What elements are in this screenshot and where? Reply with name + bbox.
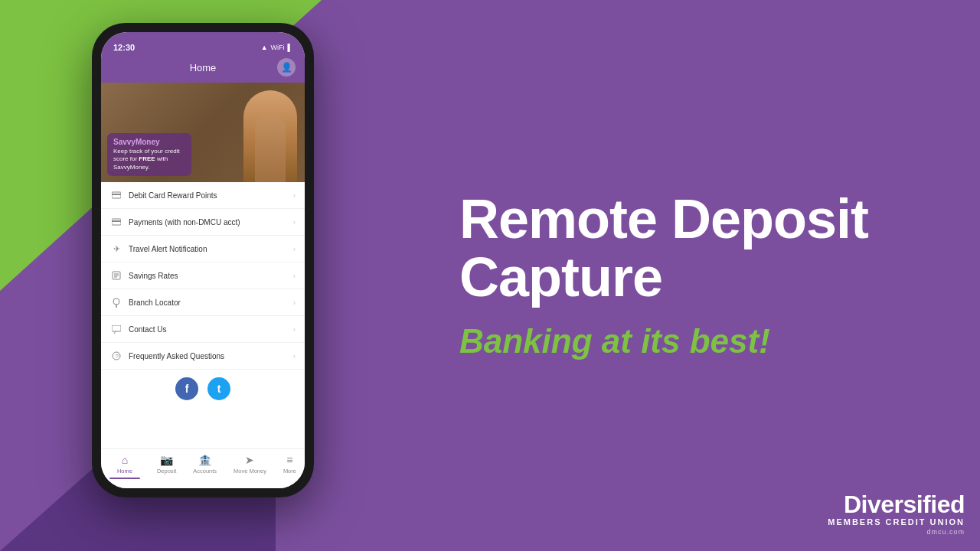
more-icon: ≡ [286, 454, 292, 466]
right-content: Remote Deposit Capture Banking at its be… [398, 0, 980, 551]
nav-move-money-label: Move Money [234, 468, 266, 474]
user-avatar-icon[interactable]: 👤 [277, 58, 296, 77]
arrow-icon: › [293, 352, 296, 360]
promo-overlay: SavvyMoney Keep track of your credit sco… [101, 83, 305, 182]
headline-line1: Remote Deposit [459, 188, 868, 249]
arrow-icon: › [293, 218, 296, 227]
arrow-icon: › [293, 191, 296, 200]
phone-screen: 12:30 ▲ WiFi ▌ Home 👤 SavvyMoney [101, 32, 305, 488]
payments-icon [110, 216, 122, 228]
debit-card-icon [110, 189, 122, 201]
social-links: f t [101, 370, 305, 408]
promo-banner: SavvyMoney Keep track of your credit sco… [101, 83, 305, 182]
payments-label: Payments (with non-DMCU acct) [129, 218, 293, 227]
location-pin-icon [110, 296, 122, 308]
menu-item-branch-locator[interactable]: Branch Locator › [101, 289, 305, 316]
menu-item-debit-rewards[interactable]: Debit Card Reward Points › [101, 182, 305, 209]
status-bar: 12:30 ▲ WiFi ▌ [101, 32, 305, 55]
svg-text:?: ? [116, 353, 119, 360]
svg-rect-10 [112, 325, 121, 331]
nav-accounts[interactable]: 🏦 Accounts [193, 454, 217, 479]
twitter-icon[interactable]: t [207, 377, 230, 400]
menu-list: Debit Card Reward Points › Payments (wit… [101, 182, 305, 448]
arrow-icon: › [293, 298, 296, 307]
nav-move-money[interactable]: ➤ Move Money [234, 454, 266, 479]
phone-mockup: 12:30 ▲ WiFi ▌ Home 👤 SavvyMoney [92, 23, 322, 520]
nav-accounts-label: Accounts [193, 468, 217, 474]
menu-item-travel[interactable]: ✈ Travel Alert Notification › [101, 236, 305, 262]
nav-more-label: More [283, 468, 296, 474]
svg-point-8 [113, 298, 119, 305]
debit-rewards-label: Debit Card Reward Points [129, 191, 293, 200]
nav-home-label: Home [117, 468, 132, 474]
phone-header: Home 👤 [101, 55, 305, 83]
nav-more[interactable]: ≡ More [283, 454, 296, 479]
menu-item-contact[interactable]: Contact Us › [101, 316, 305, 343]
contact-label: Contact Us [129, 325, 293, 334]
savvy-money-title: SavvyMoney [113, 138, 185, 146]
facebook-icon[interactable]: f [175, 377, 198, 400]
savings-icon [110, 269, 122, 282]
nav-home[interactable]: ⌂ Home [109, 454, 140, 479]
company-logo: Diversified MEMBERS CREDIT UNION dmcu.co… [828, 492, 965, 536]
travel-label: Travel Alert Notification [129, 245, 293, 253]
main-headline: Remote Deposit Capture [459, 191, 919, 306]
active-indicator [109, 478, 140, 479]
faq-icon: ? [110, 350, 122, 362]
move-money-icon: ➤ [245, 454, 254, 466]
sub-headline: Banking at its best! [459, 322, 919, 360]
menu-item-payments[interactable]: Payments (with non-DMCU acct) › [101, 209, 305, 236]
arrow-icon: › [293, 325, 296, 334]
logo-members: MEMBERS CREDIT UNION [828, 517, 965, 528]
logo-diversified: Diversified [828, 492, 965, 517]
nav-deposit[interactable]: 📷 Deposit [157, 454, 176, 479]
signal-icon: ▲ [261, 44, 268, 51]
svg-rect-3 [112, 220, 121, 222]
travel-icon: ✈ [110, 243, 122, 255]
headline-line2: Capture [459, 246, 662, 308]
contact-icon [110, 323, 122, 335]
logo-website: dmcu.com [828, 528, 965, 536]
menu-item-savings[interactable]: Savings Rates › [101, 262, 305, 289]
status-icons: ▲ WiFi ▌ [261, 44, 292, 51]
bottom-navigation: ⌂ Home 📷 Deposit 🏦 Accounts ➤ Move Money [101, 448, 305, 488]
deposit-icon: 📷 [160, 454, 173, 466]
phone-body: 12:30 ▲ WiFi ▌ Home 👤 SavvyMoney [92, 23, 314, 497]
screen-title: Home [129, 62, 277, 73]
savvy-money-text: Keep track of your credit score for FREE… [113, 148, 185, 171]
accounts-icon: 🏦 [198, 454, 211, 466]
menu-item-faq[interactable]: ? Frequently Asked Questions › [101, 343, 305, 370]
status-time: 12:30 [113, 43, 135, 52]
promo-person-image [243, 90, 297, 182]
arrow-icon: › [293, 245, 296, 253]
faq-label: Frequently Asked Questions [129, 352, 293, 360]
branch-locator-label: Branch Locator [129, 298, 293, 307]
svg-rect-1 [112, 194, 121, 195]
arrow-icon: › [293, 272, 296, 280]
wifi-icon: WiFi [271, 44, 285, 51]
nav-deposit-label: Deposit [157, 468, 176, 474]
savings-label: Savings Rates [129, 272, 293, 280]
battery-icon: ▌ [288, 44, 292, 51]
savvy-money-card[interactable]: SavvyMoney Keep track of your credit sco… [107, 133, 191, 176]
home-icon: ⌂ [122, 454, 128, 466]
